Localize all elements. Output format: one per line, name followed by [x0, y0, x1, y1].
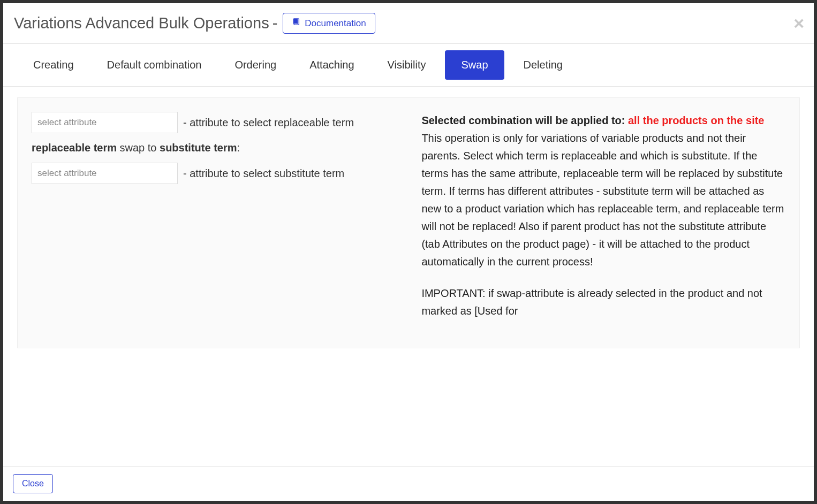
modal-title: Variations Advanced Bulk Operations [14, 14, 269, 32]
replaceable-attribute-row: select attribute - attribute to select r… [32, 112, 417, 133]
tab-deleting[interactable]: Deleting [510, 44, 577, 86]
content-panel: select attribute - attribute to select r… [17, 97, 800, 348]
close-icon[interactable]: × [793, 14, 804, 32]
replaceable-attribute-select[interactable]: select attribute [32, 112, 178, 133]
title-separator: - [273, 14, 278, 32]
applied-to-scope: all the products on the site [628, 114, 764, 126]
tab-attaching[interactable]: Attaching [296, 44, 368, 86]
swap-to-label: substitute term [160, 142, 237, 154]
tab-content: select attribute - attribute to select r… [3, 87, 814, 364]
swap-direction-line: replaceable term swap to substitute term… [32, 142, 417, 154]
tab-visibility[interactable]: Visibility [374, 44, 440, 86]
replaceable-attribute-desc: - attribute to select replaceable term [183, 117, 354, 129]
documentation-label: Documentation [305, 18, 366, 29]
info-paragraph-2: IMPORTANT: if swap-attribute is already … [421, 285, 785, 320]
documentation-button[interactable]: Documentation [283, 13, 375, 34]
tab-ordering[interactable]: Ordering [221, 44, 290, 86]
info-description: This operation is only for variations of… [421, 132, 784, 268]
swap-mid-text: swap to [117, 142, 160, 154]
info-paragraph-1: Selected combination will be applied to:… [421, 112, 785, 271]
swap-colon: : [237, 142, 240, 154]
substitute-attribute-desc: - attribute to select substitute term [183, 167, 344, 180]
substitute-attribute-row: select attribute - attribute to select s… [32, 163, 417, 184]
modal-header: Variations Advanced Bulk Operations - Do… [3, 3, 814, 44]
swap-form: select attribute - attribute to select r… [32, 112, 417, 334]
info-panel: Selected combination will be applied to:… [417, 112, 785, 334]
close-button[interactable]: Close [13, 474, 53, 493]
book-icon [292, 18, 300, 29]
modal-dialog: Variations Advanced Bulk Operations - Do… [3, 3, 814, 501]
tab-default-combination[interactable]: Default combination [93, 44, 216, 86]
applied-to-label: Selected combination will be applied to: [421, 114, 628, 126]
substitute-attribute-select[interactable]: select attribute [32, 163, 178, 184]
tab-creating[interactable]: Creating [19, 44, 88, 86]
modal-body: Creating Default combination Ordering At… [3, 44, 814, 466]
swap-from-label: replaceable term [32, 142, 117, 154]
modal-footer: Close [3, 466, 814, 501]
tab-bar: Creating Default combination Ordering At… [3, 44, 814, 87]
tab-swap[interactable]: Swap [445, 50, 504, 80]
